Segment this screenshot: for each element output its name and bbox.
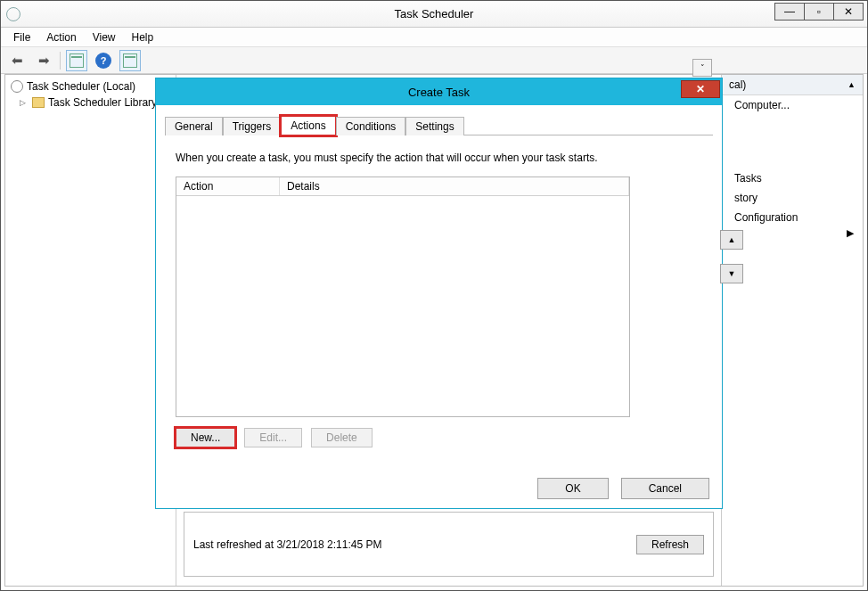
- action-running-tasks[interactable]: Tasks: [722, 168, 863, 188]
- close-button[interactable]: ✕: [833, 3, 864, 21]
- navigation-tree[interactable]: Task Scheduler (Local) ▷ Task Scheduler …: [5, 75, 176, 586]
- show-hide-tree-button[interactable]: [66, 50, 87, 71]
- show-hide-actions-button[interactable]: [119, 50, 141, 71]
- tab-strip: General Triggers Actions Conditions Sett…: [165, 114, 713, 135]
- toolbar-separator: [60, 52, 61, 70]
- tab-general[interactable]: General: [165, 117, 223, 135]
- tab-triggers[interactable]: Triggers: [223, 117, 282, 135]
- actions-list[interactable]: Action Details: [176, 176, 630, 417]
- actions-pane-header: cal) ▲: [722, 75, 863, 95]
- dropdown-chevron[interactable]: ˅: [692, 59, 712, 77]
- ok-button[interactable]: OK: [537, 478, 608, 499]
- dialog-close-button[interactable]: ✕: [681, 80, 720, 98]
- tree-root[interactable]: Task Scheduler (Local): [7, 78, 174, 94]
- crud-buttons: New... Edit... Delete: [176, 428, 702, 447]
- menu-file[interactable]: File: [6, 29, 37, 45]
- dialog-footer: OK Cancel: [537, 478, 709, 499]
- panel-icon: [70, 53, 84, 68]
- action-configuration[interactable]: Configuration: [722, 208, 863, 227]
- last-refreshed-label: Last refreshed at 3/21/2018 2:11:45 PM: [193, 538, 381, 551]
- tree-library[interactable]: ▷ Task Scheduler Library: [7, 94, 174, 111]
- menubar: File Action View Help: [1, 28, 867, 47]
- pane-spacer: [722, 115, 863, 168]
- question-icon: ?: [95, 53, 111, 69]
- folder-icon: [32, 97, 45, 108]
- create-task-dialog: Create Task ✕ General Triggers Actions C…: [155, 78, 723, 509]
- reorder-buttons: ▲ ▼: [720, 230, 743, 283]
- dialog-title: Create Task: [156, 86, 722, 99]
- menu-action[interactable]: Action: [39, 29, 83, 45]
- arrow-right-icon: ➡: [38, 53, 50, 69]
- toolbar: ⬅ ➡ ?: [1, 47, 867, 74]
- clock-icon: [6, 7, 20, 21]
- edit-button: Edit...: [244, 428, 302, 447]
- list-header: Action Details: [176, 177, 629, 196]
- new-button[interactable]: New...: [176, 428, 235, 447]
- column-action[interactable]: Action: [176, 177, 280, 195]
- menu-view[interactable]: View: [86, 29, 123, 45]
- tab-conditions[interactable]: Conditions: [336, 117, 406, 135]
- action-connect-computer[interactable]: Computer...: [722, 95, 863, 115]
- cancel-button[interactable]: Cancel: [621, 478, 709, 499]
- expand-icon[interactable]: ▷: [20, 98, 29, 107]
- help-button[interactable]: ?: [93, 50, 114, 71]
- maximize-button[interactable]: ▫: [804, 3, 834, 21]
- main-titlebar: Task Scheduler — ▫ ✕: [1, 1, 867, 28]
- back-button[interactable]: ⬅: [6, 50, 28, 71]
- panel2-icon: [123, 53, 137, 68]
- tree-library-label: Task Scheduler Library: [48, 96, 157, 109]
- window-controls: — ▫ ✕: [775, 3, 864, 21]
- arrow-left-icon: ⬅: [12, 53, 23, 69]
- column-details[interactable]: Details: [280, 177, 629, 195]
- forward-button[interactable]: ➡: [33, 50, 54, 71]
- actions-pane: cal) ▲ Computer... Tasks story Configura…: [722, 75, 863, 586]
- move-up-button[interactable]: ▲: [720, 230, 743, 250]
- status-box: Last refreshed at 3/21/2018 2:11:45 PM R…: [184, 512, 714, 577]
- delete-button: Delete: [311, 428, 373, 447]
- collapse-icon[interactable]: ▲: [848, 80, 856, 89]
- tab-settings[interactable]: Settings: [405, 117, 463, 135]
- actions-pane-header-label: cal): [729, 78, 746, 91]
- minimize-button[interactable]: —: [774, 3, 805, 21]
- scheduler-icon: [11, 80, 23, 93]
- dialog-titlebar[interactable]: Create Task ✕: [156, 78, 722, 105]
- actions-tab-panel: When you create a task, you must specify…: [165, 135, 713, 458]
- refresh-button[interactable]: Refresh: [636, 535, 704, 554]
- window-title: Task Scheduler: [1, 7, 867, 21]
- move-down-button[interactable]: ▼: [720, 264, 743, 283]
- action-history[interactable]: story: [722, 188, 863, 208]
- menu-help[interactable]: Help: [125, 29, 161, 45]
- instruction-text: When you create a task, you must specify…: [176, 152, 702, 164]
- dialog-body: General Triggers Actions Conditions Sett…: [165, 114, 713, 465]
- tab-actions[interactable]: Actions: [281, 116, 335, 135]
- tree-root-label: Task Scheduler (Local): [27, 80, 135, 93]
